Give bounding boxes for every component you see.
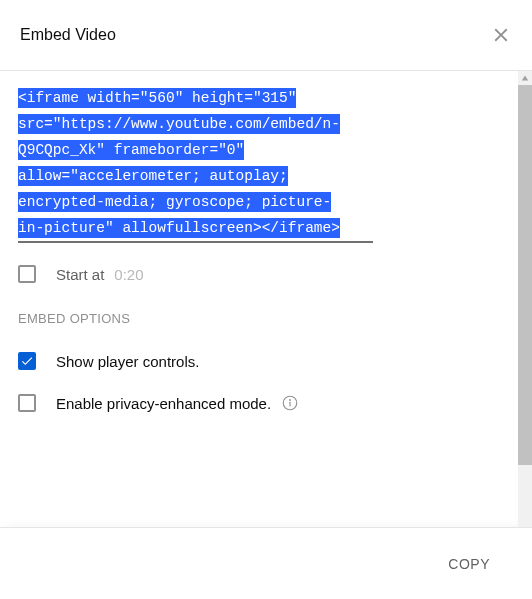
scrollbar-thumb[interactable]	[518, 85, 532, 465]
dialog-title: Embed Video	[20, 26, 116, 44]
start-at-row: Start at 0:20	[18, 265, 500, 283]
privacy-mode-label: Enable privacy-enhanced mode.	[56, 395, 271, 412]
privacy-mode-checkbox[interactable]	[18, 394, 36, 412]
close-icon	[490, 24, 512, 46]
svg-point-2	[290, 400, 291, 401]
player-controls-checkbox[interactable]	[18, 352, 36, 370]
start-at-checkbox[interactable]	[18, 265, 36, 283]
content-wrapper: <iframe width="560" height="315" src="ht…	[0, 71, 532, 527]
player-controls-option: Show player controls.	[18, 352, 500, 370]
embed-video-dialog: Embed Video <iframe width="560" height="…	[0, 0, 532, 599]
copy-button[interactable]: COPY	[436, 548, 502, 580]
close-button[interactable]	[486, 20, 516, 50]
dialog-footer: COPY	[0, 527, 532, 599]
dialog-header: Embed Video	[0, 0, 532, 71]
start-at-time-input[interactable]: 0:20	[114, 266, 143, 283]
embed-options-heading: EMBED OPTIONS	[18, 311, 500, 326]
code-underline	[18, 241, 373, 243]
check-icon	[20, 354, 34, 368]
privacy-mode-option: Enable privacy-enhanced mode.	[18, 394, 500, 412]
scroll-up-arrow[interactable]	[518, 71, 532, 85]
embed-code-textarea[interactable]: <iframe width="560" height="315" src="ht…	[18, 85, 500, 241]
scrollbar[interactable]	[518, 71, 532, 527]
content-area: <iframe width="560" height="315" src="ht…	[0, 71, 518, 527]
player-controls-label: Show player controls.	[56, 353, 199, 370]
info-icon[interactable]	[281, 394, 299, 412]
start-at-label: Start at	[56, 266, 104, 283]
